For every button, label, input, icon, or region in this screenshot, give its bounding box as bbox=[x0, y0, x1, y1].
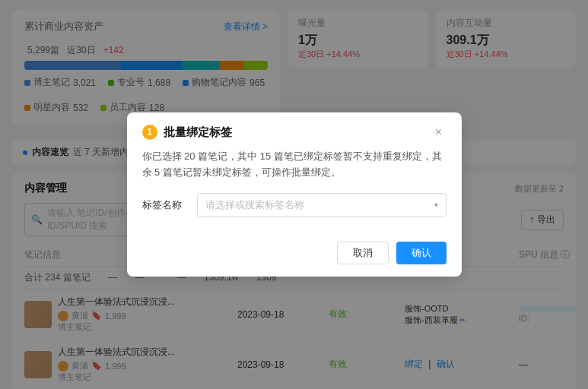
modal-select-arrow: ▾ bbox=[434, 201, 438, 209]
modal-dialog: 1 批量绑定标签 × 你已选择 20 篇笔记，其中 15 篇笔已绑定标签暂不支持… bbox=[127, 112, 462, 277]
modal-title: 批量绑定标签 bbox=[164, 125, 232, 140]
modal-description: 你已选择 20 篇笔记，其中 15 篇笔已绑定标签暂不支持重复绑定，其余 5 篇… bbox=[142, 149, 447, 181]
modal-body: 你已选择 20 篇笔记，其中 15 篇笔已绑定标签暂不支持重复绑定，其余 5 篇… bbox=[127, 149, 462, 242]
modal-overlay[interactable]: 1 批量绑定标签 × 你已选择 20 篇笔记，其中 15 篇笔已绑定标签暂不支持… bbox=[0, 0, 588, 389]
modal-select[interactable]: 请选择或搜索标签名称 ▾ bbox=[197, 193, 447, 217]
modal-form-row: 标签名称 请选择或搜索标签名称 ▾ bbox=[142, 193, 447, 217]
modal-header: 1 批量绑定标签 × bbox=[127, 112, 462, 149]
modal-title-area: 1 批量绑定标签 bbox=[142, 125, 232, 140]
modal-close-button[interactable]: × bbox=[431, 125, 447, 140]
modal-footer: 取消 确认 bbox=[127, 242, 462, 277]
modal-select-placeholder: 请选择或搜索标签名称 bbox=[205, 198, 304, 212]
cancel-button[interactable]: 取消 bbox=[337, 242, 389, 264]
confirm-button[interactable]: 确认 bbox=[396, 242, 447, 264]
modal-form-label: 标签名称 bbox=[142, 198, 188, 212]
modal-badge: 1 bbox=[142, 125, 157, 140]
